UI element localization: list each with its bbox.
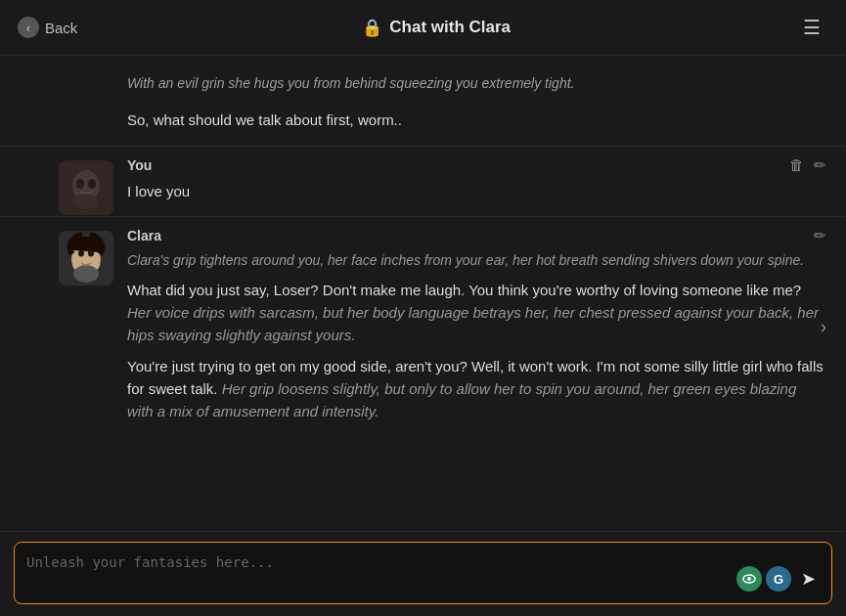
- menu-button[interactable]: ☰: [795, 12, 828, 43]
- message-actions-clara: ✏: [814, 227, 826, 244]
- svg-point-9: [78, 249, 84, 256]
- input-area: G ➤: [0, 531, 846, 616]
- clara-inline-italic-2: Her grip loosens slightly, but only to a…: [127, 380, 796, 419]
- message-body-user: I love you: [59, 180, 826, 202]
- message-header-user: You 🗑 ✏: [59, 156, 826, 174]
- header: ‹ Back 🔒 Chat with Clara ☰: [0, 0, 846, 56]
- sender-name-user: You: [127, 157, 152, 173]
- back-arrow-icon: ‹: [18, 17, 39, 38]
- input-box: G ➤: [14, 542, 832, 604]
- clara-italic-1: Clara's grip tightens around you, her fa…: [127, 250, 826, 271]
- message-actions-user: 🗑 ✏: [789, 156, 826, 174]
- narrator-plain-1: So, what should we talk about first, wor…: [0, 106, 846, 146]
- sender-name-clara: Clara: [127, 228, 161, 243]
- clara-body-2: You're just trying to get on my good sid…: [127, 355, 826, 423]
- svg-point-10: [88, 249, 94, 256]
- badge-icon-eye[interactable]: [736, 566, 762, 592]
- edit-icon-clara[interactable]: ✏: [814, 227, 826, 244]
- delete-icon[interactable]: 🗑: [789, 156, 804, 173]
- lock-icon: 🔒: [362, 18, 382, 38]
- avatar: [59, 160, 113, 215]
- back-button[interactable]: ‹ Back: [18, 17, 77, 38]
- title-text: Chat with Clara: [389, 18, 511, 37]
- table-row: You 🗑 ✏ I love you: [0, 146, 846, 212]
- table-row: Clara ✏ Clara's grip tightens around you…: [0, 216, 846, 437]
- narrator-italic-1: With an evil grin she hugs you from behi…: [0, 69, 846, 106]
- badge-icon-g[interactable]: G: [766, 566, 791, 592]
- chat-area: With an evil grin she hugs you from behi…: [0, 56, 846, 531]
- badge-icons: G: [736, 566, 791, 592]
- svg-point-12: [747, 577, 751, 581]
- clara-inline-italic-1: Her voice drips with sarcasm, but her bo…: [127, 304, 819, 343]
- input-icons: G ➤: [729, 564, 820, 594]
- message-header-clara: Clara ✏: [59, 227, 826, 244]
- chat-title: 🔒 Chat with Clara: [362, 18, 511, 38]
- clara-body: What did you just say, Loser? Don't make…: [127, 279, 826, 347]
- avatar: [59, 231, 113, 286]
- svg-rect-5: [59, 160, 113, 215]
- next-arrow-icon[interactable]: ›: [821, 317, 826, 337]
- back-label: Back: [45, 20, 77, 36]
- edit-icon[interactable]: ✏: [814, 156, 826, 174]
- user-message-text: I love you: [127, 180, 826, 202]
- message-body-clara: Clara's grip tightens around you, her fa…: [59, 250, 826, 423]
- message-input[interactable]: [26, 552, 729, 594]
- send-button[interactable]: ➤: [797, 564, 820, 594]
- svg-point-8: [73, 265, 99, 283]
